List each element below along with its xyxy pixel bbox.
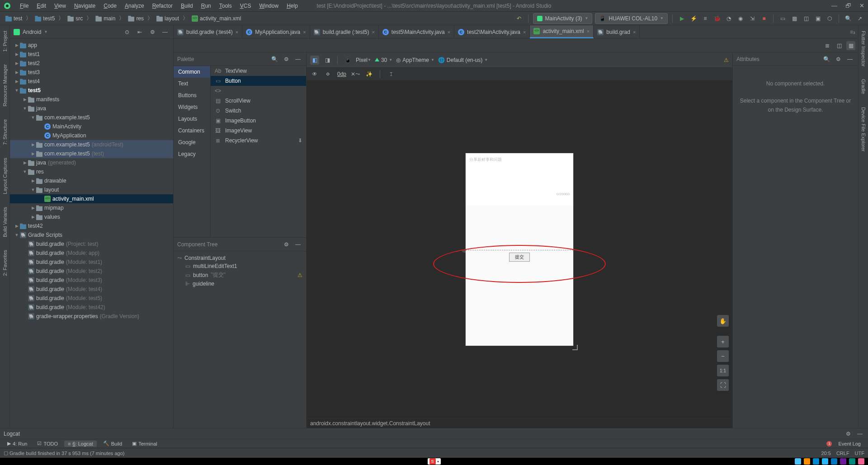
tree-com-example-test5[interactable]: ▶ com.example.test5 (test) [10,149,173,158]
tree-manifests[interactable]: ▶ manifests [10,95,173,104]
gutter-flutter-inspector[interactable]: Flutter Inspector [860,27,867,70]
tree-app[interactable]: ▶ app [10,41,173,50]
guidelines-icon[interactable]: 𝙸 [387,70,396,79]
device-picker[interactable]: Pixel ▼ [356,57,371,63]
attach-icon[interactable]: ⇲ [748,14,757,23]
close-icon[interactable]: × [587,28,590,34]
menu-navigate[interactable]: Navigate [71,2,99,10]
palette-item-recyclerview[interactable]: ≣RecyclerView⬇ [211,136,306,146]
maximize-button[interactable]: 🗗 [845,2,851,9]
caret-position[interactable]: 20:5 [821,451,830,456]
tab-activity_main-xml[interactable]: activity_main.xml× [530,25,594,38]
close-icon[interactable]: × [633,29,636,35]
close-icon[interactable]: × [303,29,306,35]
tree-test42[interactable]: ▶ test42 [10,221,173,230]
close-icon[interactable]: × [372,29,374,35]
tree-test1[interactable]: ▶ test1 [10,50,173,59]
zoom-fit-button[interactable]: 1:1 [717,365,729,376]
menu-vcs[interactable]: VCS [236,2,255,10]
zoom-out-button[interactable]: − [717,350,729,362]
gutter-layout-captures[interactable]: Layout Captures [1,154,9,198]
tree-build-gradle[interactable]: 🐘 build.gradle (Module: test4) [10,285,173,294]
palette-cat-containers[interactable]: Containers [174,125,210,136]
tree-activity_main-xml[interactable]: activity_main.xml [10,194,173,203]
ide-settings-icon[interactable]: ↗ [855,14,864,23]
tab-test2-mainactivity-java[interactable]: Ctest2\MainActivity.java× [454,25,530,38]
gutter-device-file-explorer[interactable]: Device File Explorer [860,103,867,155]
tab-test5-mainactivity-java[interactable]: Ctest5\MainActivity.java× [379,25,454,38]
palette-cat-text[interactable]: Text [174,78,210,89]
layout-inspector-icon[interactable]: ◫ [802,14,811,23]
run-button[interactable]: ▶ [677,14,686,23]
crumb-src[interactable]: src [66,14,85,23]
gutter-gradle[interactable]: Gradle [860,75,867,98]
tab-build[interactable]: 🔨 Build [99,440,126,447]
resource-manager-icon[interactable]: ▣ [813,14,822,23]
collapse-icon[interactable]: ⇤ [135,28,144,37]
menu-edit[interactable]: Edit [33,2,50,10]
tree-values[interactable]: ▶ values [10,212,173,221]
apply-changes-icon[interactable]: ⚡ [689,14,698,23]
palette-item-button[interactable]: ▭Button [211,76,306,86]
gutter-7-structure[interactable]: 7: Structure [1,116,9,149]
gutter-build-variants[interactable]: Build Variants [1,203,9,241]
code-view-icon[interactable]: ≣ [823,41,832,50]
tree-mipmap[interactable]: ▶ mipmap [10,203,173,212]
gutter-2-favorites[interactable]: 2: Favorites [1,246,9,279]
api-picker[interactable]: 30▼ [375,57,392,63]
gear-icon[interactable]: ⚙ [834,55,843,64]
gear-icon[interactable]: ⚙ [844,429,853,438]
gear-icon[interactable]: ⚙ [282,55,291,64]
tree-test2[interactable]: ▶ test2 [10,59,173,68]
tray-icon[interactable] [813,458,819,465]
hide-icon[interactable]: — [293,240,302,249]
menu-build[interactable]: Build [177,2,197,10]
crumb-activity_main.xml[interactable]: activity_main.xml [190,14,243,23]
infer-constraints-icon[interactable]: ✨ [364,70,373,79]
design-surface-icon[interactable]: ◧ [310,56,319,65]
tree-test5[interactable]: ▼ test5 [10,86,173,95]
tree-mainactivity[interactable]: C MainActivity [10,122,173,131]
tab-logcat[interactable]: ≡ 6: Logcat [64,441,97,447]
guideline[interactable] [466,250,573,250]
troubleshoot-icon[interactable]: ⬡ [825,14,834,23]
project-view-selector[interactable]: Android ▼ [14,29,47,35]
design-view-icon[interactable]: ▦ [846,41,855,50]
search-icon[interactable]: 🔍 [822,55,831,64]
gutter-1-project[interactable]: 1: Project [1,27,9,55]
zoom-in-button[interactable]: + [717,336,729,348]
tree-build-gradle[interactable]: 🐘 build.gradle (Project: test) [10,240,173,249]
menu-run[interactable]: Run [198,2,215,10]
theme-picker[interactable]: ◎AppTheme▼ [396,57,434,63]
warnings-icon[interactable]: ⚠ [724,57,729,63]
ct-button[interactable]: ▭button "提交" ⚠ [175,270,304,280]
tray-icon[interactable] [804,458,810,465]
preview-submit-button[interactable]: 提交 [509,253,530,262]
device-selector[interactable]: 📱 HUAWEI COL-AL10▼ [595,13,668,24]
tree-java[interactable]: ▼ java [10,104,173,113]
crumb-main[interactable]: main [94,14,117,23]
tree-res[interactable]: ▼ res [10,167,173,176]
gutter-resource-manager[interactable]: Resource Manager [1,61,9,110]
close-icon[interactable]: × [523,29,526,35]
ct-guideline[interactable]: ⊩guideline [175,280,304,288]
tree-gradle-scripts[interactable]: ▼🐘 Gradle Scripts [10,230,173,240]
design-surface[interactable]: 分享新鲜事和问题 0/20000 % 提交 ✋ + − 1:1 [307,80,732,418]
palette-item-imagebutton[interactable]: ▣ImageButton [211,116,306,126]
menu-view[interactable]: View [51,2,70,10]
tree-build-gradle[interactable]: 🐘 build.gradle (Module: test3) [10,276,173,285]
tab-run[interactable]: ▶ 4: Run [4,440,31,447]
menu-window[interactable]: Window [255,2,282,10]
search-everywhere-icon[interactable]: 🔍 [844,14,853,23]
tree-myapplication[interactable]: C MyApplication [10,131,173,140]
palette-cat-widgets[interactable]: Widgets [174,101,210,113]
locate-icon[interactable]: ⊙ [123,28,132,37]
sdk-manager-icon[interactable]: ▦ [790,14,799,23]
pan-icon[interactable]: ✋ [717,315,729,327]
tray-icon[interactable] [849,458,855,465]
orientation-icon[interactable]: 📱 [343,56,352,65]
close-window-button[interactable]: ✕ [859,2,864,9]
autoconnect-icon[interactable]: ⭘ [324,70,333,79]
tree-build-gradle[interactable]: 🐘 build.gradle (Module: test5) [10,294,173,303]
menu-analyze[interactable]: Analyze [121,2,148,10]
